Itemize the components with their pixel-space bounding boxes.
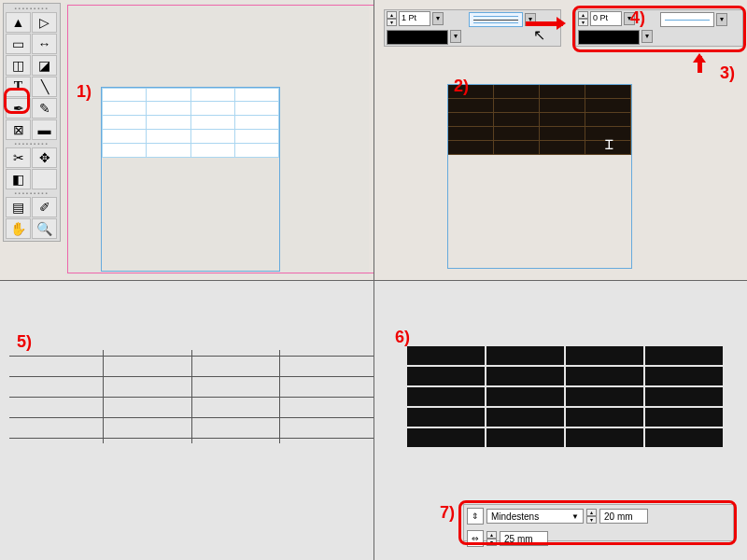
step2-label: 2)	[454, 77, 469, 96]
stroke-weight-dropdown-left-icon[interactable]: ▾	[432, 12, 444, 25]
line-tool-icon[interactable]: ╲	[32, 77, 57, 97]
blank-tool-icon[interactable]	[32, 169, 57, 189]
rectangle-tool-icon[interactable]: ▬	[32, 119, 57, 140]
mouse-cursor-icon: ↖	[533, 26, 545, 44]
step6-label: 6)	[395, 328, 410, 347]
hand-tool-icon[interactable]: ✋	[6, 218, 31, 239]
page-tool-icon[interactable]: ▭	[6, 34, 31, 54]
step1-label: 1)	[77, 82, 92, 102]
step1-highlight	[4, 88, 30, 114]
stroke-color-swatch-left[interactable]	[387, 30, 448, 45]
step7-highlight	[458, 500, 737, 545]
chart-tool1-icon[interactable]: ◫	[6, 55, 31, 76]
arrow-right-icon	[526, 21, 563, 26]
pencil-tool-icon[interactable]: ✎	[32, 98, 57, 119]
stroke-weight-value-left[interactable]: 1 Pt	[399, 11, 430, 26]
free-transform-tool-icon[interactable]: ✥	[32, 147, 57, 168]
selection-tool-icon[interactable]: ▲	[6, 12, 31, 33]
step3-label: 3)	[720, 63, 735, 83]
stroke-weight-spinner-left[interactable]: ▴▾	[387, 11, 397, 26]
chart-tool2-icon[interactable]: ◪	[32, 55, 57, 76]
zoom-tool-icon[interactable]: 🔍	[32, 218, 57, 239]
step5-label: 5)	[17, 332, 32, 352]
text-frame-selected[interactable]: Ꮖ	[447, 84, 632, 269]
eyedropper-tool-icon[interactable]: ✐	[32, 197, 57, 217]
rectangle-frame-tool-icon[interactable]: ⊠	[6, 119, 31, 140]
arrow-up-icon	[698, 56, 702, 73]
text-frame[interactable]	[101, 87, 280, 272]
gap-tool-icon[interactable]: ↔	[32, 34, 57, 54]
stroke-type-preview-left[interactable]	[469, 12, 523, 27]
step7-label: 7)	[440, 503, 455, 523]
step4-highlight	[572, 6, 746, 52]
direct-selection-tool-icon[interactable]: ▷	[32, 12, 57, 33]
step4-label: 4)	[630, 8, 645, 28]
table-dark-selected[interactable]	[448, 85, 631, 155]
text-cursor-icon: Ꮖ	[605, 137, 613, 153]
table-result-filled	[407, 346, 725, 449]
tools-toolbar: ▪▪▪▪▪▪▪▪▪ ▲ ▷ ▭ ↔ ◫ ◪ T ╲ ✒ ✎ ⊠ ▬ ▪▪▪▪▪▪…	[3, 3, 61, 242]
note-tool-icon[interactable]: ▤	[6, 197, 31, 217]
gradient-tool-icon[interactable]: ◧	[6, 169, 31, 189]
stroke-color-dd-left-icon[interactable]: ▾	[450, 30, 461, 43]
scissors-tool-icon[interactable]: ✂	[6, 147, 31, 168]
table-light[interactable]	[102, 88, 279, 158]
